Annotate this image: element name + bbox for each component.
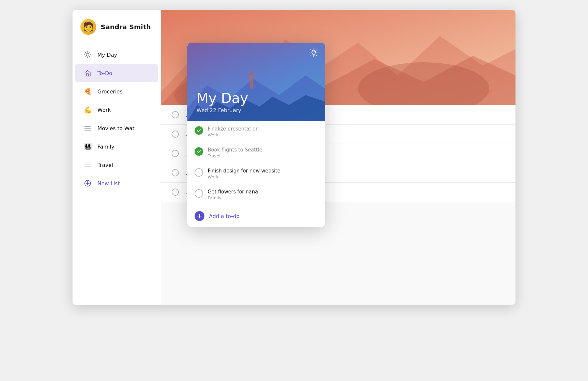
myday-date: Wed 22 February <box>197 107 316 113</box>
home-icon <box>83 69 92 78</box>
add-todo-plus-icon <box>195 211 204 221</box>
svg-point-39 <box>314 51 315 52</box>
svg-point-43 <box>312 50 313 51</box>
svg-point-38 <box>313 51 314 51</box>
svg-line-34 <box>311 50 311 50</box>
task-circle-icon <box>172 130 179 138</box>
sidebar-item-label-new-list: New List <box>97 180 120 187</box>
add-todo-label: Add a to-do <box>209 213 240 219</box>
sidebar-item-label-my-day: My Day <box>97 52 117 58</box>
task-category: Work <box>208 174 280 179</box>
task-category: Work <box>208 132 259 137</box>
muscle-icon: 💪 <box>83 105 92 114</box>
myday-task-item[interactable]: Finalize presentation Work <box>187 121 325 142</box>
sidebar-item-label-todo: To-Do <box>97 70 112 76</box>
task-info: Finish design for new website Work <box>208 168 280 179</box>
task-circle-icon <box>172 169 179 176</box>
myday-popup: My Day Wed 22 February Finalize presenta… <box>187 43 325 227</box>
avatar-emoji: 🧑 <box>83 22 94 31</box>
svg-point-42 <box>315 50 316 51</box>
task-circle-icon <box>172 150 179 157</box>
list-icon-travel <box>83 160 92 170</box>
svg-line-5 <box>85 52 86 53</box>
sun-icon <box>83 50 92 59</box>
task-title: Get flowers for nana <box>208 189 258 195</box>
pizza-icon: 🍕 <box>83 87 92 96</box>
myday-title: My Day <box>197 91 316 106</box>
svg-line-36 <box>316 50 317 50</box>
family-icon: 👨‍👩‍👧‍👦 <box>83 142 92 151</box>
svg-point-40 <box>312 51 313 52</box>
task-title: Book flights to Seattle <box>208 147 262 153</box>
svg-line-6 <box>90 57 90 57</box>
sidebar-item-my-day[interactable]: My Day <box>75 46 158 64</box>
sidebar-item-label-work: Work <box>97 107 111 113</box>
sidebar-item-label-movies: Movies to Wat <box>97 125 135 131</box>
task-category: Family <box>208 195 258 200</box>
svg-rect-25 <box>250 75 253 89</box>
task-title: Finalize presentation <box>208 126 259 132</box>
user-profile: 🧑 Sandra Smith <box>73 10 161 43</box>
svg-point-0 <box>86 53 89 56</box>
task-circle-icon <box>172 189 179 196</box>
sidebar-item-label-travel: Travel <box>97 162 113 168</box>
svg-line-7 <box>90 52 90 53</box>
svg-line-37 <box>311 55 311 56</box>
add-todo-row[interactable]: Add a to-do <box>187 205 325 227</box>
list-icon-movies <box>83 124 92 133</box>
main-content: …to practice …r new clients …at the gara… <box>161 10 515 305</box>
sidebar-item-todo[interactable]: To-Do <box>75 64 158 82</box>
myday-task-list: Finalize presentation Work Book flights … <box>187 121 325 205</box>
avatar: 🧑 <box>80 19 96 35</box>
myday-task-item[interactable]: Get flowers for nana Family <box>187 184 325 205</box>
myday-task-item[interactable]: Finish design for new website Work <box>187 163 325 184</box>
task-empty-circle <box>195 189 203 198</box>
task-circle-icon <box>172 111 179 118</box>
user-name: Sandra Smith <box>101 23 151 31</box>
svg-line-8 <box>85 57 86 57</box>
sidebar: 🧑 Sandra Smith <box>73 10 161 305</box>
myday-header: My Day Wed 22 February <box>187 43 325 121</box>
myday-task-item[interactable]: Book flights to Seattle Travel <box>187 142 325 163</box>
plus-icon <box>83 179 92 188</box>
task-category: Travel <box>208 153 262 158</box>
task-info: Get flowers for nana Family <box>208 189 258 200</box>
lightbulb-icon[interactable] <box>309 49 318 59</box>
task-info: Finalize presentation Work <box>208 126 259 137</box>
sidebar-item-label-groceries: Groceries <box>97 89 122 95</box>
task-info: Book flights to Seattle Travel <box>208 147 262 158</box>
nav-list: My Day To-Do 🍕 Groceries <box>73 43 161 305</box>
task-done-checkmark <box>195 126 203 135</box>
sidebar-item-label-family: Family <box>97 144 114 150</box>
task-done-checkmark <box>195 147 203 156</box>
sidebar-item-new-list[interactable]: New List <box>75 174 158 192</box>
sidebar-item-travel[interactable]: Travel <box>75 156 158 174</box>
sidebar-item-groceries[interactable]: 🍕 Groceries <box>75 83 158 100</box>
task-title: Finish design for new website <box>208 168 280 174</box>
sidebar-item-work[interactable]: 💪 Work <box>75 101 158 119</box>
svg-marker-26 <box>249 70 254 75</box>
sidebar-item-movies[interactable]: Movies to Wat <box>75 119 158 137</box>
sidebar-item-family[interactable]: 👨‍👩‍👧‍👦 Family <box>75 138 158 155</box>
task-empty-circle <box>195 168 203 177</box>
svg-line-35 <box>316 55 317 56</box>
svg-point-41 <box>313 50 314 50</box>
